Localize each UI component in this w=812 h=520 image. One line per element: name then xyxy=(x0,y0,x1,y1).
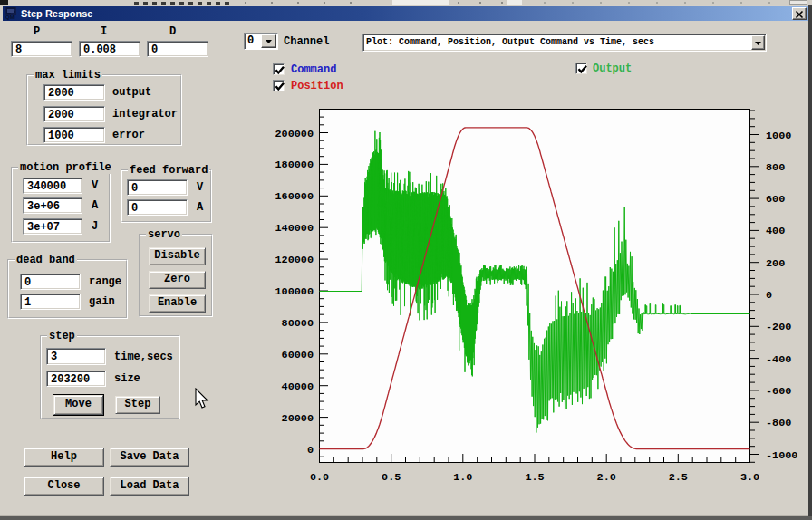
svg-text:400: 400 xyxy=(766,225,785,237)
svg-text:3.0: 3.0 xyxy=(740,471,759,484)
svg-text:-400: -400 xyxy=(766,353,791,366)
svg-text:1.5: 1.5 xyxy=(525,471,544,484)
svg-text:0: 0 xyxy=(766,289,772,302)
svg-text:60000: 60000 xyxy=(282,349,314,361)
svg-text:40000: 40000 xyxy=(282,380,314,393)
svg-text:20000: 20000 xyxy=(282,412,314,425)
svg-text:80000: 80000 xyxy=(282,317,314,330)
svg-text:-1000: -1000 xyxy=(766,449,798,462)
svg-text:0.5: 0.5 xyxy=(382,471,401,484)
svg-text:0: 0 xyxy=(307,444,314,457)
svg-text:800: 800 xyxy=(766,161,785,174)
svg-text:160000: 160000 xyxy=(276,190,314,203)
svg-text:200000: 200000 xyxy=(276,128,314,140)
svg-text:1.0: 1.0 xyxy=(453,471,472,484)
svg-text:200: 200 xyxy=(766,257,785,270)
svg-text:100000: 100000 xyxy=(276,285,314,298)
svg-text:-800: -800 xyxy=(766,417,791,429)
svg-text:-200: -200 xyxy=(766,321,791,333)
svg-text:120000: 120000 xyxy=(276,254,314,266)
svg-text:2.0: 2.0 xyxy=(597,471,616,484)
svg-text:140000: 140000 xyxy=(276,222,314,235)
svg-text:2.5: 2.5 xyxy=(669,471,688,484)
svg-text:180000: 180000 xyxy=(276,159,314,171)
svg-text:600: 600 xyxy=(766,193,785,206)
svg-text:-600: -600 xyxy=(766,385,791,398)
svg-text:1000: 1000 xyxy=(766,130,791,142)
svg-text:0.0: 0.0 xyxy=(310,471,329,484)
